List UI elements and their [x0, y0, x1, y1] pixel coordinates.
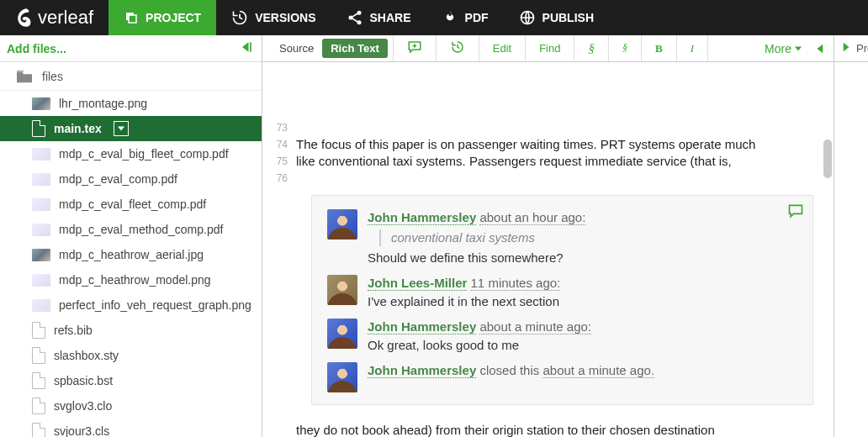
comment-author[interactable]: John Lees-Miller	[368, 276, 467, 291]
file-name: mdp_c_eval_big_fleet_comp.pdf	[59, 147, 229, 161]
top-bar: verleaf PROJECT VERSIONS SHARE PDF PUBLI…	[0, 0, 868, 35]
file-row[interactable]: mdp_c_eval_big_fleet_comp.pdf	[0, 141, 262, 166]
file-name: svglov3.clo	[54, 399, 112, 413]
more-menu[interactable]: More	[758, 35, 808, 61]
image-thumb-icon	[32, 249, 50, 261]
file-row[interactable]: refs.bib	[0, 318, 262, 343]
file-name: mdp_c_eval_method_comp.pdf	[59, 223, 223, 236]
file-name: mdp_c_heathrow_aerial.jpg	[59, 248, 204, 261]
file-row[interactable]: mdp_c_eval_fleet_comp.pdf	[0, 192, 262, 217]
file-name: spbasic.bst	[54, 374, 113, 387]
comment-text: I've explained it in the next section	[368, 293, 797, 310]
pdf-icon	[442, 9, 458, 26]
file-row[interactable]: mdp_c_heathrow_aerial.jpg	[0, 242, 262, 267]
image-thumb-icon	[32, 148, 50, 161]
line-gutter: 73 74 75 76	[262, 62, 291, 437]
chevron-down-icon	[795, 45, 802, 52]
file-row[interactable]: slashbox.sty	[0, 343, 262, 368]
text-line-74[interactable]: The focus of this paper is on passenger …	[296, 136, 813, 153]
file-row[interactable]: svglov3.clo	[0, 393, 262, 419]
avatar	[327, 362, 357, 392]
text-line-91[interactable]: they do not book ahead) from their origi…	[296, 422, 715, 437]
editor-body[interactable]: 73 74 75 76 The focus of this paper is o…	[262, 62, 834, 437]
brand-text: verleaf	[38, 7, 93, 29]
copy-icon	[124, 10, 139, 25]
chevron-down-icon	[118, 125, 124, 132]
history-icon-button[interactable]	[442, 36, 474, 61]
pdf-button[interactable]: PDF	[426, 0, 504, 35]
file-menu-button[interactable]	[114, 121, 129, 136]
file-name: main.tex	[54, 122, 102, 135]
file-name: slashbox.sty	[54, 349, 119, 362]
comment-text: Should we define this somewhere?	[368, 250, 797, 266]
file-row[interactable]: mdp_c_eval_comp.pdf	[0, 166, 262, 192]
file-row[interactable]: mdp_c_eval_method_comp.pdf	[0, 217, 262, 242]
file-row[interactable]: mdp_c_heathrow_model.png	[0, 267, 262, 292]
comment-author[interactable]: John Hammersley	[368, 363, 476, 378]
find-button[interactable]: Find	[531, 39, 569, 58]
avatar	[327, 209, 357, 240]
document-icon	[32, 372, 45, 389]
comment-row: John Lees-Miller 11 minutes ago:I've exp…	[327, 275, 797, 310]
document-icon	[32, 398, 45, 414]
publish-button[interactable]: PUBLISH	[504, 0, 609, 35]
source-tab[interactable]: Source	[271, 39, 322, 58]
comment-thread: John Hammersley about an hour ago:conven…	[311, 195, 813, 405]
italic-button[interactable]: I	[682, 39, 702, 59]
file-name: mdp_c_eval_fleet_comp.pdf	[59, 197, 206, 211]
text-line-75[interactable]: like conventional taxi systems. Passenge…	[296, 153, 813, 170]
comment-row: John Hammersley closed this about a minu…	[327, 362, 797, 392]
folder-icon	[15, 69, 34, 84]
comment-row: John Hammersley about an hour ago:conven…	[327, 209, 797, 266]
comment-time: about a minute ago.	[542, 363, 654, 378]
file-name: svjour3.cls	[54, 424, 109, 437]
bold-button[interactable]: B	[647, 39, 671, 59]
expand-preview-icon[interactable]	[838, 39, 853, 57]
edit-menu[interactable]: Edit	[484, 39, 520, 58]
collapse-sidebar-icon[interactable]	[238, 39, 255, 58]
file-row[interactable]: svjour3.cls	[0, 419, 262, 437]
comment-time: about a minute ago:	[479, 319, 591, 334]
scrollbar-thumb[interactable]	[823, 140, 832, 178]
comment-author[interactable]: John Hammersley	[368, 210, 476, 225]
leaf-icon	[15, 7, 37, 29]
collapse-editor-icon[interactable]	[808, 35, 834, 61]
versions-button[interactable]: VERSIONS	[216, 0, 331, 35]
comment-row: John Hammersley about a minute ago:Ok gr…	[327, 319, 797, 354]
file-name: refs.bib	[54, 324, 93, 337]
file-row[interactable]: lhr_montage.png	[0, 91, 262, 116]
history-icon	[231, 9, 248, 26]
globe-icon	[519, 9, 536, 26]
comment-text: Ok great, looks good to me	[368, 337, 797, 354]
file-name: mdp_c_heathrow_model.png	[59, 273, 211, 287]
avatar	[327, 319, 357, 349]
comment-icon[interactable]	[787, 203, 804, 224]
add-files-button[interactable]: Add files...	[7, 42, 66, 55]
file-name: lhr_montage.png	[59, 97, 147, 110]
document-icon	[32, 322, 45, 339]
document-icon	[32, 120, 45, 137]
section-button-1[interactable]: §	[580, 38, 603, 59]
share-icon	[347, 9, 363, 26]
preview-label: Pre	[856, 42, 868, 55]
file-list: lhr_montage.pngmain.texmdp_c_eval_big_fl…	[0, 91, 262, 437]
document-icon	[32, 423, 45, 437]
share-button[interactable]: SHARE	[331, 0, 426, 35]
project-button[interactable]: PROJECT	[108, 0, 216, 35]
add-comment-icon[interactable]	[399, 36, 431, 61]
file-sidebar: Add files... files lhr_montage.pngmain.t…	[0, 35, 262, 437]
section-button-2[interactable]: §	[614, 39, 636, 58]
folder-row[interactable]: files	[0, 62, 262, 91]
comment-author[interactable]: John Hammersley	[368, 319, 476, 334]
image-thumb-icon	[32, 173, 50, 186]
file-row[interactable]: spbasic.bst	[0, 368, 262, 393]
image-thumb-icon	[32, 224, 50, 236]
file-row[interactable]: perfect_info_veh_request_graph.png	[0, 292, 262, 318]
image-thumb-icon	[32, 198, 50, 211]
image-thumb-icon	[32, 299, 50, 312]
overleaf-logo[interactable]: verleaf	[0, 0, 108, 35]
rich-text-tab[interactable]: Rich Text	[322, 39, 388, 58]
editor-pane: Source Rich Text Edit Find § § B I More	[262, 35, 834, 437]
avatar	[327, 275, 357, 305]
file-row[interactable]: main.tex	[0, 116, 262, 141]
